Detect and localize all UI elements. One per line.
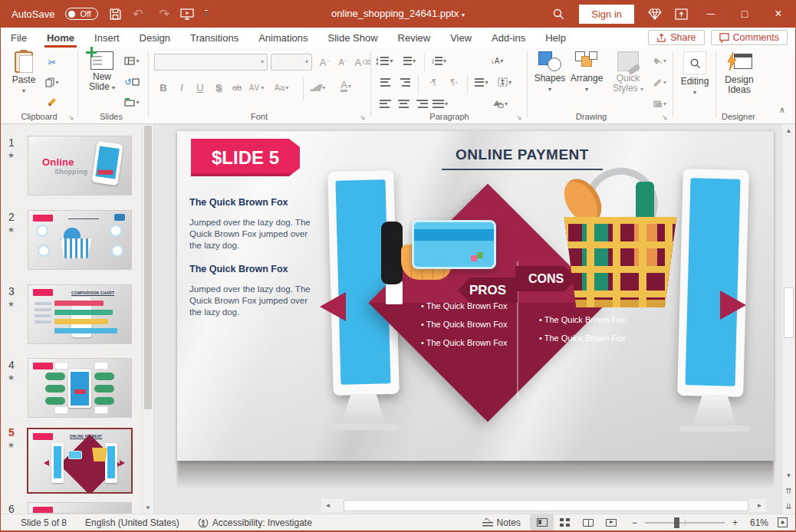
close-button[interactable]: × [761, 0, 795, 28]
zoom-level[interactable]: 61% [744, 517, 775, 528]
cons-list[interactable]: The Quick Brown Fox The Quick Brown Fox [539, 315, 625, 352]
vertical-scrollbar-thumb[interactable] [784, 287, 794, 338]
align-text-icon[interactable]: ▾ [496, 74, 513, 90]
horizontal-scrollbar[interactable]: ◄ ► [321, 499, 766, 512]
tab-slide-show[interactable]: Slide Show [317, 28, 387, 48]
shape-effects-icon[interactable]: ▾ [651, 95, 668, 112]
save-icon[interactable] [109, 8, 122, 21]
arrange-button[interactable]: Arrange▾ [568, 51, 605, 94]
scroll-right-icon[interactable]: ► [753, 499, 766, 512]
next-slide-button[interactable]: ⇊ [782, 498, 795, 514]
font-color-icon[interactable]: A ▾ [338, 78, 354, 94]
grow-font-icon[interactable]: Aˆ [317, 54, 332, 70]
character-spacing-button[interactable]: AV▾ [249, 80, 265, 95]
slide-editing-canvas[interactable]: $LIDE 5 ONLINE PAYMENT The Quick Brown F… [154, 124, 783, 514]
thumbnail-slide-1[interactable]: 1 ★ Online Shopping [1, 136, 143, 198]
thumbnail-slide-6[interactable]: 6 [1, 503, 143, 514]
align-right-icon[interactable] [413, 95, 430, 112]
vertical-scrollbar[interactable]: ▲ ▼ ⇈ ⇊ [781, 124, 795, 514]
thumbnail-image-5[interactable]: ONLINE PAYMENT [28, 429, 131, 492]
previous-slide-button[interactable]: ⇈ [782, 483, 795, 498]
thumbnail-slide-5-selected[interactable]: 5 ★ ONLINE PAYMENT [1, 426, 143, 497]
scroll-down-icon[interactable]: ▼ [782, 468, 795, 483]
shrink-font-icon[interactable]: Aˇ [335, 54, 350, 70]
slide-left-textbox[interactable]: The Quick Brown Fox Jumped over the lazy… [189, 197, 321, 330]
thumbnail-scrollbar[interactable]: ▼ [142, 124, 153, 514]
rtl-paragraph-icon[interactable]: ¶‹ [446, 74, 462, 90]
text-direction-icon[interactable]: ↓A▾ [488, 52, 505, 69]
align-center-icon[interactable] [395, 95, 412, 112]
gem-premium-icon[interactable] [642, 0, 668, 28]
normal-view-button[interactable] [531, 514, 554, 530]
justify-icon[interactable]: ▾ [432, 95, 449, 112]
quick-access-menu-icon[interactable]: ▾ [205, 10, 208, 18]
thumbnail-slide-2[interactable]: 2 ★ [1, 211, 143, 272]
slideshow-view-button[interactable] [600, 514, 623, 530]
tab-help[interactable]: Help [535, 28, 576, 48]
comments-button[interactable]: Comments [711, 30, 788, 45]
slide-sorter-view-button[interactable] [554, 514, 577, 530]
slide-5[interactable]: $LIDE 5 ONLINE PAYMENT The Quick Brown F… [177, 131, 774, 461]
thumbnail-image-1[interactable]: Online Shopping [28, 136, 131, 195]
strikethrough-button[interactable]: ab [229, 80, 245, 95]
scroll-up-icon[interactable]: ▲ [782, 124, 795, 137]
thumbnail-slide-4[interactable]: 4 ★ [1, 359, 143, 420]
design-ideas-button[interactable]: Design Ideas [719, 51, 760, 95]
shape-fill-icon[interactable]: ▾ [651, 52, 668, 69]
font-size-combobox[interactable]: ▾ [271, 54, 312, 71]
shopping-basket-graphic[interactable] [561, 197, 680, 314]
scroll-left-icon[interactable]: ◄ [321, 499, 334, 512]
tab-view[interactable]: View [440, 28, 482, 48]
thumbnail-scroll-down-icon[interactable]: ▼ [143, 501, 153, 514]
title-dropdown-icon[interactable]: ▾ [462, 11, 465, 18]
zoom-out-button[interactable]: − [623, 517, 640, 528]
change-case-button[interactable]: Aa▾ [274, 80, 289, 95]
copy-icon[interactable]: ▾ [44, 74, 61, 90]
right-monitor-graphic[interactable] [677, 169, 749, 397]
sign-in-button[interactable]: Sign in [579, 5, 634, 24]
bold-button[interactable]: B [156, 80, 171, 95]
tab-insert[interactable]: Insert [84, 28, 130, 48]
language-indicator[interactable]: English (United States) [76, 517, 189, 528]
align-left-icon[interactable] [377, 95, 393, 112]
shapes-button[interactable]: Shapes▾ [531, 51, 568, 94]
thumbnail-scrollbar-thumb[interactable] [144, 126, 152, 409]
paste-button[interactable]: Paste▾ [5, 51, 42, 95]
zoom-slider[interactable] [645, 522, 725, 524]
numbering-icon[interactable]: ▾ [401, 52, 418, 69]
zoom-in-button[interactable]: + [729, 517, 744, 528]
thumbnail-slide-3[interactable]: 3 ★ COMPARISON CHART [1, 285, 143, 346]
tab-design[interactable]: Design [130, 28, 180, 48]
columns-icon[interactable]: ▾ [473, 74, 490, 90]
decrease-indent-icon[interactable] [377, 74, 393, 90]
credit-card-graphic[interactable] [412, 220, 496, 269]
highlight-color-icon[interactable]: ▾ [311, 80, 326, 95]
italic-button[interactable]: I [174, 80, 189, 95]
font-name-combobox[interactable]: ▾ [154, 54, 268, 71]
thumbnail-image-6[interactable] [28, 503, 131, 513]
format-painter-icon[interactable] [44, 94, 61, 110]
minimize-button[interactable]: ─ [694, 0, 728, 28]
paragraph-dialog-launcher[interactable]: ↘ [516, 114, 522, 121]
thumbnail-image-2[interactable] [28, 211, 131, 269]
slide-layout-icon[interactable]: ▾ [123, 52, 140, 69]
fit-to-window-button[interactable] [775, 517, 795, 527]
autosave-toggle[interactable]: Off [65, 8, 97, 20]
tab-home[interactable]: Home [37, 28, 84, 48]
pros-label[interactable]: PROS [458, 277, 518, 303]
search-icon[interactable] [545, 0, 571, 28]
thumbnail-image-3[interactable]: COMPARISON CHART [28, 285, 131, 343]
reset-slide-icon[interactable]: ↺ [123, 74, 140, 90]
notes-toggle[interactable]: Notes [473, 517, 530, 528]
font-dialog-launcher[interactable]: ↘ [360, 114, 366, 121]
horizontal-scrollbar-thumb[interactable] [344, 500, 748, 511]
bullets-icon[interactable]: ▾ [377, 52, 393, 69]
shape-outline-icon[interactable]: ▾ [651, 74, 668, 90]
collapse-ribbon-icon[interactable]: ∧ [774, 101, 791, 118]
tab-transitions[interactable]: Transitions [180, 28, 248, 48]
quick-styles-button[interactable]: Quick Styles ▾ [607, 51, 650, 94]
redo-icon[interactable]: ↷ [159, 6, 169, 22]
maximize-button[interactable]: □ [728, 0, 761, 28]
slide-title[interactable]: ONLINE PAYMENT [442, 146, 603, 170]
cons-label[interactable]: CONS [515, 266, 577, 291]
